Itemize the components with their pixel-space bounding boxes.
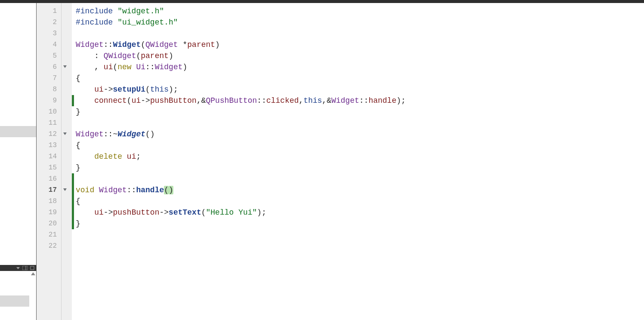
svg-rect-0 (22, 266, 28, 270)
panel-splitter-2[interactable] (0, 295, 29, 307)
expand-up-icon[interactable] (31, 272, 35, 275)
fold-row (62, 151, 72, 162)
fold-row (62, 129, 72, 140)
line-number[interactable]: 6 (37, 62, 61, 73)
code-line[interactable]: } (76, 218, 644, 229)
fold-row (62, 62, 72, 73)
line-number[interactable]: 8 (37, 84, 61, 95)
line-number-gutter[interactable]: 12345678910111213141516171819202122 (37, 3, 62, 320)
code-line[interactable]: } (76, 106, 644, 117)
svg-rect-2 (31, 266, 34, 270)
line-number[interactable]: 2 (37, 17, 61, 28)
panel-toolbar[interactable] (0, 265, 36, 271)
code-line[interactable] (76, 240, 644, 252)
side-panel (0, 3, 36, 320)
line-number[interactable]: 13 (37, 140, 61, 151)
line-number[interactable]: 1 (37, 6, 61, 17)
fold-row (62, 218, 72, 229)
code-line[interactable]: { (76, 140, 644, 151)
line-number[interactable]: 5 (37, 50, 61, 62)
code-editor[interactable]: 12345678910111213141516171819202122 #inc… (36, 3, 644, 320)
line-number[interactable]: 16 (37, 173, 61, 185)
window-titlebar (0, 0, 644, 3)
fold-row (62, 39, 72, 50)
line-number[interactable]: 22 (37, 240, 61, 252)
code-line[interactable]: connect(ui->pushButton,&QPushButton::cli… (76, 95, 644, 106)
fold-row (62, 17, 72, 28)
line-number[interactable]: 17 (37, 185, 61, 196)
line-number[interactable]: 12 (37, 129, 61, 140)
fold-row (62, 117, 72, 129)
split-right-icon[interactable] (22, 266, 28, 270)
line-number[interactable]: 7 (37, 73, 61, 84)
code-line[interactable]: delete ui; (76, 151, 644, 162)
fold-row (62, 50, 72, 62)
code-text-area[interactable]: #include "widget.h"#include "ui_widget.h… (74, 3, 644, 320)
line-number[interactable]: 15 (37, 162, 61, 173)
code-line[interactable]: Widget::Widget(QWidget *parent) (76, 39, 644, 50)
fold-row (62, 28, 72, 39)
line-number[interactable]: 10 (37, 106, 61, 117)
line-number[interactable]: 9 (37, 95, 61, 106)
close-panel-icon[interactable] (30, 266, 34, 270)
fold-toggle-icon[interactable] (63, 65, 67, 68)
fold-row (62, 6, 72, 17)
line-number[interactable]: 18 (37, 196, 61, 207)
fold-row (62, 140, 72, 151)
fold-column[interactable] (62, 3, 72, 320)
fold-row (62, 162, 72, 173)
code-line[interactable] (76, 117, 644, 129)
line-number[interactable]: 11 (37, 117, 61, 129)
code-line[interactable]: Widget::~Widget() (76, 129, 644, 140)
line-number[interactable]: 19 (37, 207, 61, 218)
fold-row (62, 173, 72, 185)
code-line[interactable]: , ui(new Ui::Widget) (76, 62, 644, 73)
code-line[interactable]: } (76, 162, 644, 173)
code-line[interactable]: #include "widget.h" (76, 6, 644, 17)
code-line[interactable]: : QWidget(parent) (76, 50, 644, 62)
code-line[interactable]: #include "ui_widget.h" (76, 17, 644, 28)
fold-row (62, 207, 72, 218)
line-number[interactable]: 14 (37, 151, 61, 162)
code-line[interactable] (76, 229, 644, 240)
line-number[interactable]: 4 (37, 39, 61, 50)
line-number[interactable]: 20 (37, 218, 61, 229)
fold-toggle-icon[interactable] (63, 132, 67, 135)
code-line[interactable]: void Widget::handle() (76, 185, 644, 196)
line-number[interactable]: 21 (37, 229, 61, 240)
line-number[interactable]: 3 (37, 28, 61, 39)
fold-row (62, 229, 72, 240)
fold-row (62, 106, 72, 117)
code-line[interactable] (76, 173, 644, 185)
fold-row (62, 73, 72, 84)
fold-row (62, 240, 72, 252)
code-line[interactable]: ui->setupUi(this); (76, 84, 644, 95)
fold-toggle-icon[interactable] (63, 188, 67, 191)
panel-splitter-1[interactable] (0, 126, 36, 137)
fold-row (62, 196, 72, 207)
code-line[interactable] (76, 28, 644, 39)
code-line[interactable]: { (76, 73, 644, 84)
code-line[interactable]: ui->pushButton->setText("Hello Yui"); (76, 207, 644, 218)
dropdown-icon[interactable] (16, 266, 20, 270)
code-line[interactable]: { (76, 196, 644, 207)
fold-row (62, 95, 72, 106)
fold-row (62, 84, 72, 95)
fold-row (62, 185, 72, 196)
